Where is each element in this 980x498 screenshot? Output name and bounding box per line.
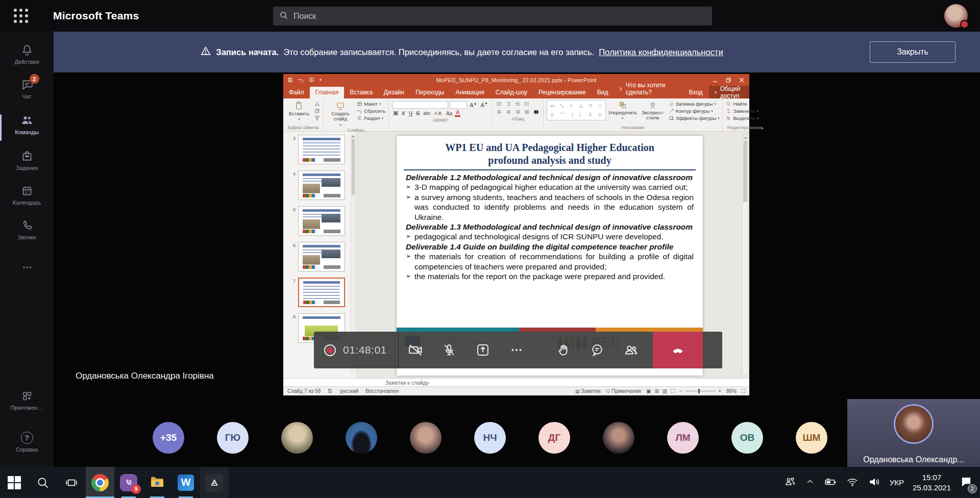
share-screen-button[interactable] [466, 332, 500, 368]
more-actions-button[interactable] [500, 332, 533, 368]
start-slideshow-icon[interactable] [309, 77, 314, 83]
participant-avatar[interactable]: ДГ [538, 422, 570, 454]
start-button[interactable] [0, 467, 29, 498]
quick-styles-button[interactable]: Экспресс-стили [640, 100, 666, 121]
word-taskbar-icon[interactable]: W [172, 467, 200, 498]
line-spacing-button[interactable] [523, 101, 531, 108]
sign-in-button[interactable]: Вход [682, 89, 708, 96]
fit-slide-button[interactable]: ⛶ [742, 388, 745, 394]
people-tray-icon[interactable] [784, 476, 796, 490]
battery-icon[interactable] [824, 475, 837, 490]
shape-fill-button[interactable]: Заливка фигуры▾ [669, 101, 720, 107]
qat-dropdown-icon[interactable]: ▾ [320, 78, 322, 82]
normal-view-button[interactable]: ▣ [646, 388, 651, 394]
sidebar-item-help[interactable]: ? Справка [0, 431, 54, 460]
font-color-button[interactable]: А [455, 110, 460, 117]
taskbar-search-button[interactable] [29, 467, 57, 498]
notes-pane[interactable]: Заметки к слайду [283, 378, 749, 386]
file-explorer-taskbar-icon[interactable] [143, 467, 172, 498]
new-slide-button[interactable]: Создать слайд▾ [327, 100, 354, 127]
user-avatar[interactable] [944, 4, 968, 28]
grow-font-button[interactable]: A▲ [469, 102, 478, 108]
participant-avatar[interactable]: ЛМ [667, 422, 699, 454]
task-view-button[interactable] [57, 467, 86, 498]
change-case-button[interactable]: Aa [445, 111, 453, 116]
sidebar-item-chat[interactable]: 2 Чат [0, 78, 54, 107]
show-hidden-icons-chevron[interactable] [805, 477, 815, 489]
reading-view-button[interactable]: ▥ [663, 388, 667, 394]
font-name-box[interactable] [392, 101, 448, 109]
bold-button[interactable]: Ж [392, 110, 399, 116]
slide-thumbnail-selected[interactable]: 7 [290, 278, 345, 307]
underline-button[interactable]: Ч [408, 110, 413, 116]
sidebar-item-apps[interactable]: Приложен… [0, 389, 54, 418]
mic-off-button[interactable] [432, 332, 466, 368]
zoom-out-button[interactable]: − [679, 388, 682, 394]
tab-animations[interactable]: Анимация [450, 87, 489, 98]
slide-thumbnail[interactable]: 6 [290, 242, 345, 271]
search-input[interactable] [293, 12, 706, 21]
paste-button[interactable]: Вставить▾ [286, 100, 312, 121]
align-left-button[interactable] [496, 109, 503, 116]
tab-slideshow[interactable]: Слайд-шоу [490, 87, 533, 98]
acrobat-taskbar-icon[interactable] [200, 467, 229, 498]
tab-transitions[interactable]: Переходы [410, 87, 450, 98]
sidebar-item-teams[interactable]: Команды [0, 113, 54, 143]
search-bar[interactable] [273, 7, 712, 26]
banner-close-button[interactable]: Закрыть [870, 41, 955, 63]
thumbnail-preview[interactable] [298, 206, 345, 236]
text-shadow-button[interactable]: abc [422, 111, 432, 116]
raise-hand-button[interactable] [547, 332, 580, 368]
shapes-gallery[interactable]: ▭＼○△▽☆ ◇⌒（）⇩⬦ [547, 100, 606, 120]
zoom-in-button[interactable]: + [718, 388, 721, 394]
participants-button[interactable] [614, 332, 648, 368]
find-button[interactable]: Найти [726, 101, 758, 107]
sidebar-item-calls[interactable]: Звонки [0, 218, 54, 248]
slideshow-view-button[interactable]: ⛶ [671, 388, 674, 394]
section-button[interactable]: Раздел▾ [357, 115, 385, 121]
participant-avatar-photo[interactable] [281, 422, 313, 454]
participant-avatar-photo[interactable] [603, 422, 634, 454]
bullets-button[interactable] [496, 101, 503, 108]
keyboard-language[interactable]: УКР [890, 478, 904, 487]
sidebar-item-assignments[interactable]: Задания [0, 149, 54, 179]
spelling-icon[interactable] [328, 388, 333, 394]
justify-button[interactable] [523, 109, 531, 116]
slide-sorter-view-button[interactable]: ⊞ [654, 388, 658, 394]
zoom-percent[interactable]: 86% [726, 388, 737, 394]
tab-file[interactable]: Файл [283, 87, 310, 98]
save-icon[interactable] [287, 77, 293, 83]
cut-button[interactable] [314, 101, 320, 107]
arrange-button[interactable]: Упорядочить▾ [608, 100, 637, 120]
align-right-button[interactable] [514, 109, 522, 116]
wifi-icon[interactable] [846, 475, 859, 490]
thumbnail-preview[interactable] [298, 278, 345, 307]
tab-insert[interactable]: Вставка [344, 87, 378, 98]
numbering-button[interactable] [505, 101, 512, 108]
viber-taskbar-icon[interactable]: 9 [114, 467, 143, 498]
shrink-font-button[interactable]: A▼ [480, 102, 489, 108]
strikethrough-button[interactable]: S [415, 110, 421, 116]
layout-button[interactable]: Макет▾ [357, 101, 385, 107]
shape-outline-button[interactable]: Контур фигуры▾ [669, 108, 720, 114]
participant-avatar[interactable]: НЧ [474, 422, 506, 454]
zoom-slider[interactable]: − + [679, 388, 721, 394]
minimize-icon[interactable] [713, 78, 718, 83]
app-launcher-icon[interactable] [12, 7, 30, 24]
replace-button[interactable]: Заменить▾ [726, 108, 758, 114]
participant-avatar-photo[interactable] [410, 422, 442, 454]
indent-buttons[interactable] [514, 101, 522, 108]
tell-me-box[interactable]: Что вы хотите сделать? [614, 80, 682, 98]
slide-thumbnail[interactable]: 3 [290, 135, 345, 164]
share-button[interactable]: Общий доступ [709, 86, 749, 98]
comments-toggle[interactable]: 🗨 Примечания [605, 388, 641, 394]
select-button[interactable]: Выделить▾ [726, 115, 758, 121]
thumbnail-preview[interactable] [298, 135, 345, 164]
participant-avatar-photo[interactable] [346, 422, 377, 454]
undo-icon[interactable] [298, 77, 304, 83]
notes-toggle[interactable]: ▤ Заметки [575, 388, 601, 394]
italic-button[interactable]: К [401, 110, 406, 116]
font-size-box[interactable] [450, 101, 467, 109]
slide-thumbnail[interactable]: 4 [290, 170, 345, 200]
privacy-policy-link[interactable]: Политика конфиденциальности [599, 47, 723, 57]
